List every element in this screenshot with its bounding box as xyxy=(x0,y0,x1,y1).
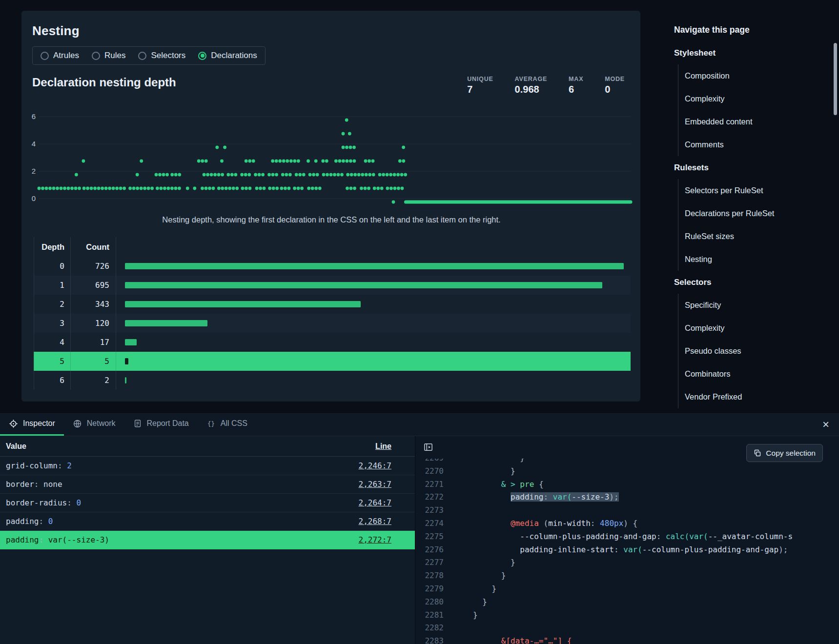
tab-network[interactable]: Network xyxy=(64,413,124,436)
code-line: 2281} xyxy=(415,609,839,622)
page-scrollbar[interactable] xyxy=(834,43,837,115)
nav-item-comments[interactable]: Comments xyxy=(685,133,816,156)
tab-inspector[interactable]: Inspector xyxy=(0,413,64,436)
value-row[interactable]: padding: var(--size-3)2,272:7 xyxy=(0,531,415,549)
chart-header: Declaration nesting depth UNIQUE7AVERAGE… xyxy=(32,76,631,97)
col-value: Value xyxy=(6,442,26,451)
nav-item-vendor-prefixed[interactable]: Vendor Prefixed xyxy=(685,385,816,408)
nav-item-specificity[interactable]: Specificity xyxy=(685,294,816,317)
line-number: 2278 xyxy=(415,569,444,583)
count-bar xyxy=(125,301,361,307)
radio-label: Atrules xyxy=(53,51,79,60)
chart-title: Declaration nesting depth xyxy=(32,76,176,89)
depth-value: 3 xyxy=(34,314,70,333)
count-bar xyxy=(125,377,126,383)
stat-label: AVERAGE xyxy=(515,76,548,82)
stat-value: 6 xyxy=(569,84,583,95)
nav-section-title: Stylesheet xyxy=(674,41,816,64)
value-row[interactable]: border: none2,263:7 xyxy=(0,475,415,494)
close-icon[interactable]: × xyxy=(822,419,829,430)
values-pane: Value Line grid-column: 22,246:7border: … xyxy=(0,436,415,644)
copy-selection-label: Copy selection xyxy=(766,449,816,458)
radio-declarations[interactable]: Declarations xyxy=(198,51,257,60)
page-navigation: Navigate this page StylesheetComposition… xyxy=(674,19,816,408)
nav-item-complexity[interactable]: Complexity xyxy=(685,317,816,340)
stat-label: MODE xyxy=(605,76,625,82)
tab-all-css[interactable]: {}All CSS xyxy=(198,413,256,436)
radio-rules[interactable]: Rules xyxy=(92,51,125,60)
declaration-text: padding: var(--size-3) xyxy=(6,535,109,544)
nav-item-combinators[interactable]: Combinators xyxy=(685,362,816,385)
value-row[interactable]: padding: 02,268:7 xyxy=(0,512,415,531)
radio-label: Declarations xyxy=(211,51,257,60)
nesting-panel: Nesting AtrulesRulesSelectorsDeclaration… xyxy=(21,11,640,402)
declaration-text: grid-column: 2 xyxy=(6,461,72,470)
radio-circle-icon xyxy=(92,52,100,60)
line-link[interactable]: 2,272:7 xyxy=(359,535,391,544)
nav-item-embedded-content[interactable]: Embedded content xyxy=(685,110,816,133)
line-number: 2282 xyxy=(415,622,444,635)
line-number: 2272 xyxy=(415,491,444,504)
declaration-text: border-radius: 0 xyxy=(6,498,81,507)
count-bar xyxy=(125,339,137,345)
col-depth: Depth xyxy=(34,237,70,257)
value-row[interactable]: grid-column: 22,246:7 xyxy=(0,457,415,475)
svg-text:{}: {} xyxy=(207,420,215,427)
value-row[interactable]: border-radius: 02,264:7 xyxy=(0,494,415,512)
count-bar xyxy=(125,263,624,269)
code-line: 2282 xyxy=(415,622,839,635)
code-pane: Copy selection 2269 }2270 }2271 & > pre … xyxy=(415,436,839,644)
panel-toggle-icon[interactable] xyxy=(423,442,433,452)
radio-selectors[interactable]: Selectors xyxy=(138,51,185,60)
line-number: 2279 xyxy=(415,583,444,596)
tab-label: All CSS xyxy=(221,419,247,428)
depth-table-row-5[interactable]: 55 xyxy=(34,352,631,371)
nav-item-nesting[interactable]: Nesting xyxy=(685,248,816,271)
stat-label: UNIQUE xyxy=(467,76,493,82)
copy-selection-button[interactable]: Copy selection xyxy=(746,444,823,462)
tab-report-data[interactable]: Report Data xyxy=(124,413,198,436)
radio-atrules[interactable]: Atrules xyxy=(41,51,79,60)
code-line: 2280 } xyxy=(415,596,839,609)
depth-table-row-4[interactable]: 417 xyxy=(34,333,631,352)
code-lines: 2269 }2270 }2271 & > pre {2272 padding: … xyxy=(415,459,839,644)
chart-caption: Nesting depth, showing the first declara… xyxy=(32,215,631,224)
nav-section-title: Selectors xyxy=(674,271,816,294)
nav-item-pseudo-classes[interactable]: Pseudo classes xyxy=(685,340,816,362)
line-number: 2281 xyxy=(415,609,444,622)
line-link[interactable]: 2,246:7 xyxy=(359,461,391,470)
depth-table-row-0[interactable]: 0726 xyxy=(34,257,631,276)
stat-unique: UNIQUE7 xyxy=(467,76,493,95)
line-link[interactable]: 2,264:7 xyxy=(359,498,391,507)
depth-table-row-1[interactable]: 1695 xyxy=(34,276,631,295)
tab-label: Inspector xyxy=(23,419,55,428)
radio-circle-icon xyxy=(198,52,206,60)
nav-item-complexity[interactable]: Complexity xyxy=(685,87,816,110)
code-scroll-area[interactable]: 2269 }2270 }2271 & > pre {2272 padding: … xyxy=(415,459,839,644)
line-link[interactable]: 2,268:7 xyxy=(359,517,391,526)
nav-item-declarations-per-ruleset[interactable]: Declarations per RuleSet xyxy=(685,202,816,225)
tab-label: Network xyxy=(87,419,116,428)
stat-value: 0.968 xyxy=(515,84,548,95)
stat-mode: MODE0 xyxy=(605,76,625,95)
stat-value: 0 xyxy=(605,84,625,95)
count-bar xyxy=(125,282,602,288)
depth-value: 5 xyxy=(34,352,70,371)
depth-table: Depth Count 07261695234331204175562 xyxy=(34,237,631,390)
depth-value: 1 xyxy=(34,276,70,295)
line-number: 2283 xyxy=(415,635,444,644)
nav-item-selectors-per-ruleset[interactable]: Selectors per RuleSet xyxy=(685,179,816,202)
code-line: 2279 } xyxy=(415,583,839,596)
code-line: 2276 padding-inline-start: var(--column-… xyxy=(415,543,839,557)
depth-table-row-2[interactable]: 2343 xyxy=(34,295,631,314)
depth-table-row-3[interactable]: 3120 xyxy=(34,314,631,333)
count-value: 726 xyxy=(70,257,116,276)
nav-item-ruleset-sizes[interactable]: RuleSet sizes xyxy=(685,225,816,248)
line-link[interactable]: 2,263:7 xyxy=(359,480,391,489)
nav-section-stylesheet: StylesheetCompositionComplexityEmbedded … xyxy=(674,41,816,156)
chart-canvas: 0246 xyxy=(32,104,631,211)
code-line: 2271 & > pre { xyxy=(415,478,839,491)
svg-text:0: 0 xyxy=(32,194,36,202)
depth-table-row-6[interactable]: 62 xyxy=(34,371,631,390)
nav-item-composition[interactable]: Composition xyxy=(685,64,816,87)
